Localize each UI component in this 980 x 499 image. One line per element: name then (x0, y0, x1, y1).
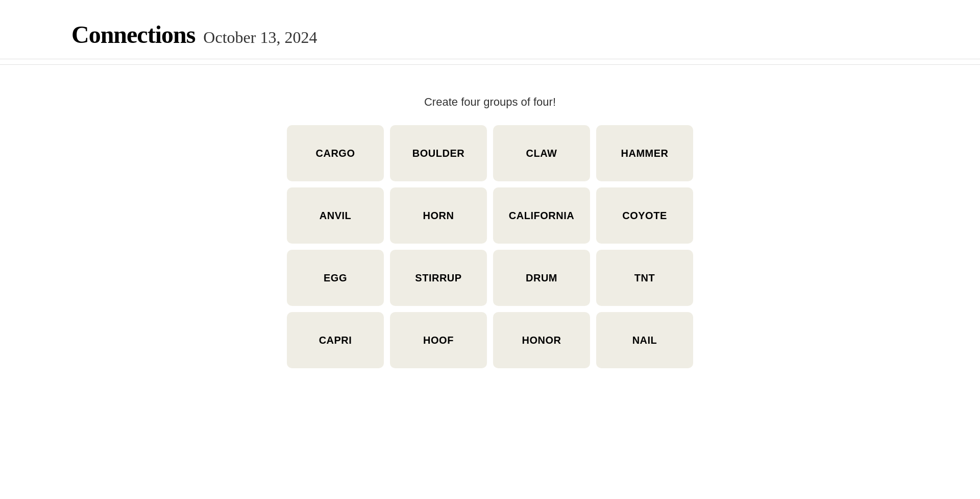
tile-tnt[interactable]: TNT (596, 250, 693, 306)
tile-label-anvil: ANVIL (320, 210, 352, 222)
tile-hoof[interactable]: HOOF (390, 312, 487, 368)
tile-boulder[interactable]: BOULDER (390, 125, 487, 181)
page-date: October 13, 2024 (203, 28, 317, 47)
tile-grid: CARGOBOULDERCLAWHAMMERANVILHORNCALIFORNI… (287, 125, 693, 368)
tile-label-coyote: COYOTE (622, 210, 667, 222)
tile-label-cargo: CARGO (316, 148, 355, 159)
tile-label-stirrup: STIRRUP (415, 272, 461, 284)
tile-label-tnt: TNT (634, 272, 655, 284)
tile-cargo[interactable]: CARGO (287, 125, 384, 181)
tile-label-capri: CAPRI (319, 335, 352, 346)
divider-top (0, 59, 980, 59)
tile-label-hammer: HAMMER (621, 148, 669, 159)
tile-california[interactable]: CALIFORNIA (493, 187, 590, 244)
tile-label-claw: CLAW (526, 148, 557, 159)
tile-label-hoof: HOOF (423, 335, 454, 346)
tile-stirrup[interactable]: STIRRUP (390, 250, 487, 306)
tile-label-california: CALIFORNIA (509, 210, 574, 222)
divider-bottom (0, 64, 980, 65)
tile-egg[interactable]: EGG (287, 250, 384, 306)
tile-label-drum: DRUM (526, 272, 557, 284)
tile-label-nail: NAIL (632, 335, 657, 346)
tile-label-horn: HORN (423, 210, 454, 222)
tile-capri[interactable]: CAPRI (287, 312, 384, 368)
tile-label-honor: HONOR (522, 335, 561, 346)
instructions-text: Create four groups of four! (424, 96, 556, 109)
tile-nail[interactable]: NAIL (596, 312, 693, 368)
tile-coyote[interactable]: COYOTE (596, 187, 693, 244)
tile-honor[interactable]: HONOR (493, 312, 590, 368)
page-title: Connections (71, 20, 195, 49)
game-area: Create four groups of four! CARGOBOULDER… (0, 96, 980, 368)
tile-horn[interactable]: HORN (390, 187, 487, 244)
tile-label-boulder: BOULDER (412, 148, 464, 159)
tile-anvil[interactable]: ANVIL (287, 187, 384, 244)
tile-hammer[interactable]: HAMMER (596, 125, 693, 181)
tile-claw[interactable]: CLAW (493, 125, 590, 181)
tile-drum[interactable]: DRUM (493, 250, 590, 306)
tile-label-egg: EGG (324, 272, 347, 284)
page-header: Connections October 13, 2024 (0, 0, 980, 59)
